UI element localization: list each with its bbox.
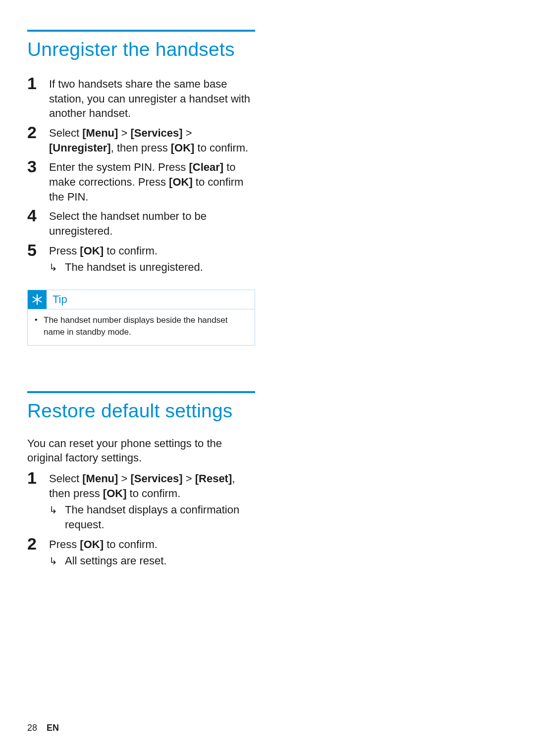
step-body: Press [OK] to confirm. ↳ All settings ar… bbox=[49, 535, 255, 568]
step-body: Select [Menu] > [Services] > [Reset], th… bbox=[49, 469, 255, 532]
step-2: 2 Press [OK] to confirm. ↳ All settings … bbox=[27, 535, 255, 568]
t: , then press bbox=[111, 142, 171, 154]
step-number: 2 bbox=[27, 535, 49, 552]
step-2: 2 Select [Menu] > [Services] > [Unregist… bbox=[27, 124, 255, 155]
ok-key: [OK] bbox=[171, 142, 195, 154]
tip-text: The handset number displays beside the h… bbox=[44, 314, 248, 338]
step-number: 2 bbox=[27, 124, 49, 141]
result-text: All settings are reset. bbox=[65, 554, 166, 568]
menu-key: [Menu] bbox=[82, 472, 118, 485]
bullet-icon: • bbox=[35, 314, 44, 325]
result-text: The handset displays a confirmation requ… bbox=[65, 503, 255, 532]
t: to confirm. bbox=[104, 538, 158, 551]
step-4: 4 Select the handset number to be unregi… bbox=[27, 207, 255, 238]
tip-label: Tip bbox=[47, 290, 67, 309]
step-body: If two handsets share the same base stat… bbox=[49, 75, 255, 121]
t: > bbox=[183, 472, 195, 485]
services-key: [Services] bbox=[130, 472, 182, 485]
ok-key: [OK] bbox=[80, 245, 104, 257]
step-number: 1 bbox=[27, 75, 49, 92]
tip-box: Tip • The handset number displays beside… bbox=[27, 290, 255, 346]
services-key: [Services] bbox=[130, 127, 182, 139]
t: to confirm. bbox=[194, 142, 248, 154]
clear-key: [Clear] bbox=[189, 161, 223, 173]
step-5: 5 Press [OK] to confirm. ↳ The handset i… bbox=[27, 242, 255, 275]
t: > bbox=[118, 472, 130, 485]
step-1: 1 Select [Menu] > [Services] > [Reset], … bbox=[27, 469, 255, 532]
t: > bbox=[183, 127, 192, 139]
step-number: 3 bbox=[27, 158, 49, 175]
result-arrow-icon: ↳ bbox=[49, 554, 65, 568]
section-title-restore: Restore default settings bbox=[27, 400, 255, 422]
ok-key: [OK] bbox=[103, 487, 127, 500]
t: Press bbox=[49, 245, 80, 257]
step-result: ↳ The handset is unregistered. bbox=[49, 260, 255, 275]
reset-key: [Reset] bbox=[195, 472, 232, 485]
page-footer: 28 EN bbox=[27, 723, 59, 733]
step-body: Select [Menu] > [Services] > [Unregister… bbox=[49, 124, 255, 155]
result-arrow-icon: ↳ bbox=[49, 260, 65, 274]
t: Select bbox=[49, 472, 82, 485]
language-code: EN bbox=[47, 723, 59, 733]
t: Press bbox=[49, 538, 80, 551]
step-number: 5 bbox=[27, 242, 49, 258]
asterisk-icon bbox=[31, 293, 44, 306]
t: to confirm. bbox=[127, 487, 181, 500]
t: > bbox=[118, 127, 130, 139]
content-column: Unregister the handsets 1 If two handset… bbox=[27, 30, 255, 568]
step-number: 4 bbox=[27, 207, 49, 224]
step-number: 1 bbox=[27, 469, 49, 486]
page-number: 28 bbox=[27, 723, 37, 733]
result-arrow-icon: ↳ bbox=[49, 503, 65, 517]
restore-intro: You can reset your phone settings to the… bbox=[27, 436, 255, 465]
ok-key: [OK] bbox=[80, 538, 104, 551]
steps-unregister: 1 If two handsets share the same base st… bbox=[27, 75, 255, 275]
step-1: 1 If two handsets share the same base st… bbox=[27, 75, 255, 121]
step-body: Enter the system PIN. Press [Clear] to m… bbox=[49, 158, 255, 204]
tip-body: • The handset number displays beside the… bbox=[28, 309, 255, 345]
tip-header: Tip bbox=[28, 290, 255, 309]
t: Select bbox=[49, 127, 82, 139]
section-rule bbox=[27, 30, 255, 32]
step-body: Press [OK] to confirm. ↳ The handset is … bbox=[49, 242, 255, 275]
unregister-key: [Unregister] bbox=[49, 142, 111, 154]
menu-key: [Menu] bbox=[82, 127, 118, 139]
step-body: Select the handset number to be unregist… bbox=[49, 207, 255, 238]
result-text: The handset is unregistered. bbox=[65, 260, 203, 275]
step-3: 3 Enter the system PIN. Press [Clear] to… bbox=[27, 158, 255, 204]
steps-restore: 1 Select [Menu] > [Services] > [Reset], … bbox=[27, 469, 255, 568]
t: Enter the system PIN. Press bbox=[49, 161, 189, 173]
tip-icon bbox=[28, 290, 47, 309]
step-result: ↳ The handset displays a confirmation re… bbox=[49, 503, 255, 532]
section-title-unregister: Unregister the handsets bbox=[27, 39, 255, 61]
ok-key: [OK] bbox=[169, 176, 193, 188]
section-rule bbox=[27, 391, 255, 393]
t: to confirm. bbox=[104, 245, 158, 257]
step-result: ↳ All settings are reset. bbox=[49, 554, 255, 568]
